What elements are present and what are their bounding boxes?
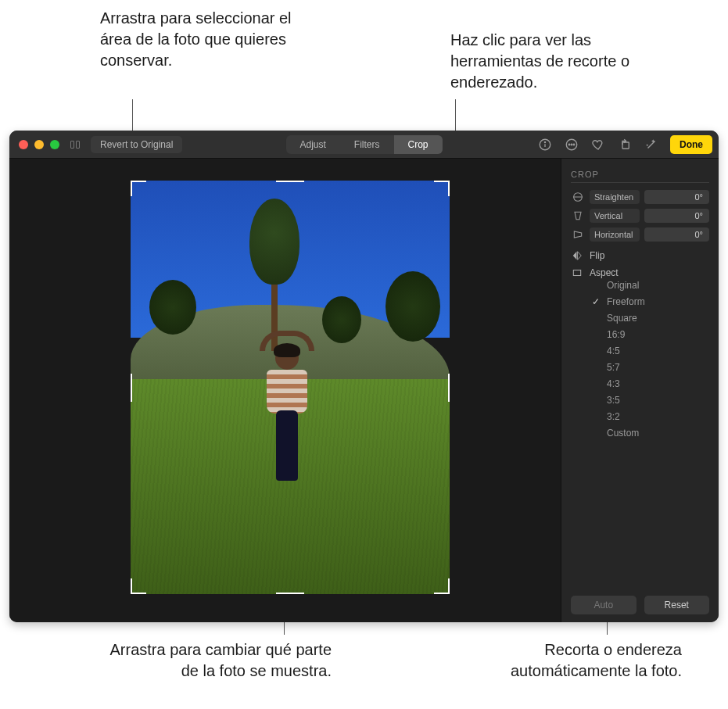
aspect-option-label: 16:9	[607, 329, 625, 340]
done-button[interactable]: Done	[670, 135, 712, 154]
crop-handle-top[interactable]	[276, 181, 304, 182]
favorite-icon[interactable]	[590, 137, 606, 152]
zoom-window[interactable]	[50, 140, 59, 149]
crop-handle-bottom-right[interactable]	[434, 578, 450, 594]
callout-auto: Recorta o endereza automáticamente la fo…	[455, 639, 682, 682]
flip-button[interactable]: Flip	[571, 250, 709, 261]
vertical-value[interactable]: 0°	[644, 209, 709, 223]
horizontal-row: Horizontal 0°	[571, 227, 709, 242]
callout-crop-tools: Haz clic para ver las herramientas de re…	[450, 30, 669, 93]
aspect-options-list: Original✓FreeformSquare16:94:55:74:33:53…	[591, 280, 709, 439]
aspect-option-3-5[interactable]: 3:5	[591, 395, 709, 406]
svg-rect-10	[573, 270, 580, 276]
sidebar-toggle-icon[interactable]	[70, 141, 81, 149]
aspect-option-16-9[interactable]: 16:9	[591, 329, 709, 340]
aspect-option-square[interactable]: Square	[591, 313, 709, 324]
rotate-icon[interactable]	[617, 137, 633, 152]
straighten-value[interactable]: 0°	[644, 190, 709, 204]
aspect-option-label: Freeform	[607, 296, 645, 307]
tab-filters[interactable]: Filters	[340, 135, 394, 154]
aspect-option-freeform[interactable]: ✓Freeform	[591, 296, 709, 307]
horizontal-label: Horizontal	[590, 227, 640, 242]
aspect-option-label: Square	[607, 313, 637, 324]
auto-button[interactable]: Auto	[571, 596, 637, 614]
horizontal-value[interactable]: 0°	[644, 227, 709, 242]
aspect-option-custom[interactable]: Custom	[591, 428, 709, 439]
crop-handle-left[interactable]	[131, 374, 132, 402]
tab-adjust[interactable]: Adjust	[285, 135, 339, 154]
aspect-option-label: 4:3	[607, 378, 620, 389]
aspect-label: Aspect	[590, 267, 619, 278]
titlebar: Revert to Original Adjust Filters Crop D…	[9, 131, 719, 159]
crop-handle-bottom[interactable]	[276, 593, 304, 594]
callout-move-photo: Arrastra para cambiar qué parte de la fo…	[105, 639, 332, 682]
svg-point-4	[568, 144, 570, 145]
crop-handle-top-left[interactable]	[131, 181, 146, 196]
more-icon[interactable]	[564, 137, 579, 152]
svg-point-6	[573, 144, 575, 145]
aspect-option-4-5[interactable]: 4:5	[591, 346, 709, 356]
minimize-window[interactable]	[34, 140, 44, 149]
crop-canvas[interactable]	[9, 159, 561, 622]
photos-edit-window: Revert to Original Adjust Filters Crop D…	[9, 131, 719, 622]
panel-title: CROP	[571, 170, 709, 183]
straighten-label: Straighten	[590, 190, 640, 204]
aspect-option-4-3[interactable]: 4:3	[591, 378, 709, 389]
svg-rect-7	[622, 142, 629, 149]
vertical-perspective-icon	[571, 209, 585, 222]
straighten-row: Straighten 0°	[571, 190, 709, 204]
aspect-header[interactable]: Aspect	[571, 267, 709, 278]
vertical-label: Vertical	[590, 209, 640, 223]
crop-panel: CROP Straighten 0° Vertical 0° Horizonta…	[561, 159, 719, 622]
crop-handle-top-right[interactable]	[434, 181, 450, 196]
auto-enhance-icon[interactable]	[644, 137, 659, 152]
flip-label: Flip	[590, 250, 604, 261]
aspect-option-3-2[interactable]: 3:2	[591, 411, 709, 422]
aspect-option-5-7[interactable]: 5:7	[591, 362, 709, 373]
straighten-icon	[571, 191, 585, 203]
photo-preview[interactable]	[131, 181, 450, 594]
crop-handle-bottom-left[interactable]	[131, 578, 146, 594]
callout-crop-drag: Arrastra para seleccionar el área de la …	[100, 8, 319, 71]
vertical-row: Vertical 0°	[571, 209, 709, 223]
aspect-option-label: 3:5	[607, 395, 620, 406]
crop-handle-right[interactable]	[448, 374, 450, 402]
close-window[interactable]	[19, 140, 28, 149]
horizontal-perspective-icon	[571, 228, 585, 241]
revert-to-original-button[interactable]: Revert to Original	[91, 136, 182, 153]
aspect-option-original[interactable]: Original	[591, 280, 709, 291]
checkmark-icon: ✓	[591, 296, 601, 307]
aspect-icon	[571, 267, 583, 278]
reset-button[interactable]: Reset	[644, 596, 710, 614]
window-controls	[19, 140, 59, 149]
aspect-option-label: 4:5	[607, 346, 620, 356]
edit-mode-segmented-control: Adjust Filters Crop	[285, 135, 442, 154]
aspect-option-label: 5:7	[607, 362, 620, 373]
aspect-option-label: Original	[607, 280, 639, 291]
aspect-option-label: Custom	[607, 428, 639, 439]
svg-point-5	[571, 144, 572, 145]
svg-point-2	[544, 141, 545, 142]
flip-icon	[571, 250, 583, 261]
tab-crop[interactable]: Crop	[394, 135, 443, 154]
info-icon[interactable]	[537, 137, 553, 152]
aspect-option-label: 3:2	[607, 411, 620, 422]
